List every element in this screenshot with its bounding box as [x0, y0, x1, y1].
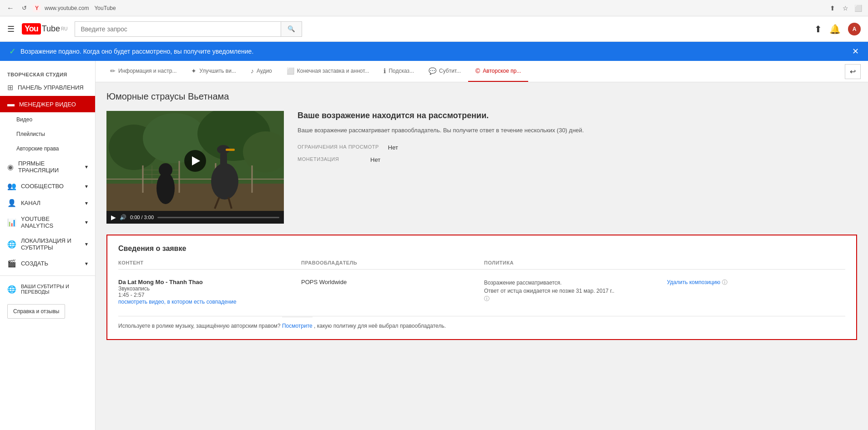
favicon: Y — [33, 4, 41, 12]
browser-back-btn[interactable]: ← — [5, 3, 15, 13]
sidebar-item-dashboard[interactable]: ⊞ ПАНЕЛЬ УПРАВЛЕНИЯ — [0, 79, 95, 96]
sidebar-item-subtitles[interactable]: 🌐 ВАШИ СУБТИТРЫ И ПЕРЕВОДЫ — [0, 280, 95, 299]
claim-title: Сведения о заявке — [118, 245, 845, 253]
video-manager-icon: ▬ — [7, 100, 15, 108]
sidebar-item-video[interactable]: Видео — [0, 112, 95, 127]
sidebar-label-playlists: Плейлисты — [16, 131, 45, 137]
content-area: ✏ Информация и настр... ✦ Улучшить ви...… — [96, 61, 868, 430]
browser-domain: www.youtube.com — [45, 5, 89, 11]
browser-title: YouTube — [94, 5, 116, 11]
sidebar-label-video: Видео — [16, 116, 32, 123]
sidebar-label-subtitles: ВАШИ СУБТИТРЫ И ПЕРЕВОДЫ — [21, 284, 88, 295]
video-controls: ▶ 🔊 0:00 / 3:00 — [106, 211, 284, 224]
localization-icon: 🌐 — [7, 240, 16, 249]
logo-text: Tube — [42, 24, 60, 34]
bell-icon[interactable]: 🔔 — [829, 24, 841, 35]
svg-point-16 — [156, 172, 175, 204]
tab-subtitles[interactable]: 💬 Субтит... — [421, 61, 468, 82]
tab-copyright-icon: © — [475, 67, 480, 75]
sidebar-section-title: ТВОРЧЕСКАЯ СТУДИЯ — [0, 68, 95, 79]
page-content: Юморные страусы Вьетнама — [96, 82, 868, 358]
browser-actions: ⬆ ☆ ⬜ — [828, 4, 863, 13]
play-btn[interactable] — [184, 150, 206, 172]
tab-tips[interactable]: ℹ Подсказ... — [376, 61, 421, 82]
notification-close-btn[interactable]: ✕ — [852, 46, 859, 56]
tab-copyright[interactable]: © Авторское пр... — [468, 61, 528, 82]
tab-audio[interactable]: ♪ Аудио — [243, 61, 279, 82]
restriction-value: Нет — [388, 144, 398, 151]
progress-bar[interactable] — [157, 217, 279, 218]
sidebar-item-video-manager[interactable]: ▬ МЕНЕДЖЕР ВИДЕО — [0, 96, 95, 112]
browser-upload-icon[interactable]: ⬆ — [828, 4, 837, 13]
tab-tips-icon: ℹ — [384, 67, 386, 75]
analytics-chevron: ▾ — [85, 219, 88, 225]
sidebar-label-analytics: YOUTUBE ANALYTICS — [21, 215, 81, 229]
search-input[interactable] — [75, 21, 281, 37]
play-ctrl-btn[interactable]: ▶ — [111, 214, 116, 221]
claim-status-line2: Ответ от истца ожидается не позже 31 мар… — [484, 287, 662, 295]
live-chevron: ▾ — [85, 164, 88, 170]
channel-chevron: ▾ — [85, 200, 88, 206]
upload-icon[interactable]: ⬆ — [814, 24, 822, 35]
search-bar: 🔍 — [75, 21, 302, 37]
tab-info[interactable]: ✏ Информация и настр... — [103, 61, 184, 82]
sidebar-label-localization: ЛОКАЛИЗАЦИЯ И СУБТИТРЫ — [21, 237, 81, 251]
claim-content-link[interactable]: посмотреть видео, в котором есть совпаде… — [118, 299, 237, 305]
tab-audio-icon: ♪ — [251, 67, 254, 75]
notification-message: Возражение подано. Когда оно будет рассм… — [20, 48, 253, 55]
youtube-logo[interactable]: You Tube RU — [22, 23, 67, 35]
sidebar-item-copyright[interactable]: Авторские права — [0, 141, 95, 156]
svg-point-17 — [159, 163, 172, 177]
check-icon: ✓ — [9, 46, 16, 56]
sidebar-item-community[interactable]: 👥 СООБЩЕСТВО ▾ — [0, 178, 95, 195]
claim-footer-link[interactable]: Посмотрите — [282, 317, 313, 329]
browser-extension-icon[interactable]: ⬜ — [853, 4, 863, 13]
create-chevron: ▾ — [85, 260, 88, 267]
avatar[interactable]: A — [848, 23, 861, 35]
channel-icon: 👤 — [7, 199, 16, 207]
action-info-icon[interactable]: ⓘ — [722, 279, 727, 285]
col-policy: ПОЛИТИКА — [484, 260, 662, 265]
sidebar-label-video-manager: МЕНЕДЖЕР ВИДЕО — [19, 101, 76, 108]
claim-action-cell: Удалить композицию ⓘ — [667, 279, 845, 286]
claim-box: Сведения о заявке КОНТЕНТ ПРАВООБЛАДАТЕЛ… — [106, 235, 857, 340]
feedback-btn[interactable]: Справка и отзывы — [7, 304, 65, 319]
video-thumbnail[interactable] — [106, 111, 284, 211]
tab-endscreen[interactable]: ⬜ Конечная заставка и аннот... — [279, 61, 377, 82]
claim-owner: POPS Worldwide — [301, 279, 347, 285]
search-button[interactable]: 🔍 — [281, 21, 302, 37]
claim-content-cell: Da Lat Mong Mo - Thanh Thao Звукозапись … — [118, 279, 297, 305]
status-info-icon[interactable]: ⓘ — [484, 295, 490, 302]
browser-star-icon[interactable]: ☆ — [841, 4, 850, 13]
tab-improve[interactable]: ✦ Улучшить ви... — [184, 61, 243, 82]
tab-subtitles-icon: 💬 — [429, 67, 436, 75]
col-owner: ПРАВООБЛАДАТЕЛЬ — [301, 260, 479, 265]
notification-banner: ✓ Возражение подано. Когда оно будет рас… — [0, 42, 868, 61]
sidebar-item-live[interactable]: ◉ ПРЯМЫЕ ТРАНСЛЯЦИИ ▾ — [0, 156, 95, 178]
sidebar-item-localization[interactable]: 🌐 ЛОКАЛИЗАЦИЯ И СУБТИТРЫ ▾ — [0, 233, 95, 255]
sidebar-label-channel: КАНАЛ — [21, 200, 40, 206]
svg-rect-19 — [220, 152, 227, 184]
sidebar-item-analytics[interactable]: 📊 YOUTUBE ANALYTICS ▾ — [0, 211, 95, 233]
claim-footer-text: Используете в ролике музыку, защищённую … — [118, 323, 281, 329]
claim-status-line1: Возражение рассматривается. — [484, 279, 662, 287]
video-info-row: ▶ 🔊 0:00 / 3:00 Ваше возраж — [106, 111, 857, 224]
tab-improve-icon: ✦ — [191, 67, 197, 75]
sidebar-label-create: СОЗДАТЬ — [21, 260, 48, 267]
claim-action-link[interactable]: Удалить композицию — [667, 279, 720, 285]
hamburger-menu[interactable]: ☰ — [7, 24, 15, 34]
sidebar-label-dashboard: ПАНЕЛЬ УПРАВЛЕНИЯ — [18, 84, 84, 91]
col-action — [667, 260, 845, 265]
volume-ctrl-btn[interactable]: 🔊 — [120, 214, 126, 220]
time-display: 0:00 / 3:00 — [130, 215, 154, 220]
sidebar-item-create[interactable]: 🎬 СОЗДАТЬ ▾ — [0, 255, 95, 272]
sidebar-item-playlists[interactable]: Плейлисты — [0, 127, 95, 141]
tab-back-btn[interactable]: ↩ — [845, 64, 861, 79]
svg-rect-21 — [226, 149, 235, 151]
localization-chevron: ▾ — [85, 241, 88, 247]
browser-refresh-btn[interactable]: ↺ — [19, 3, 29, 13]
tabs-bar: ✏ Информация и настр... ✦ Улучшить ви...… — [96, 61, 868, 82]
objection-title: Ваше возражение находится на рассмотрени… — [298, 111, 857, 120]
claim-owner-cell: POPS Worldwide — [301, 279, 479, 285]
sidebar-item-channel[interactable]: 👤 КАНАЛ ▾ — [0, 195, 95, 211]
